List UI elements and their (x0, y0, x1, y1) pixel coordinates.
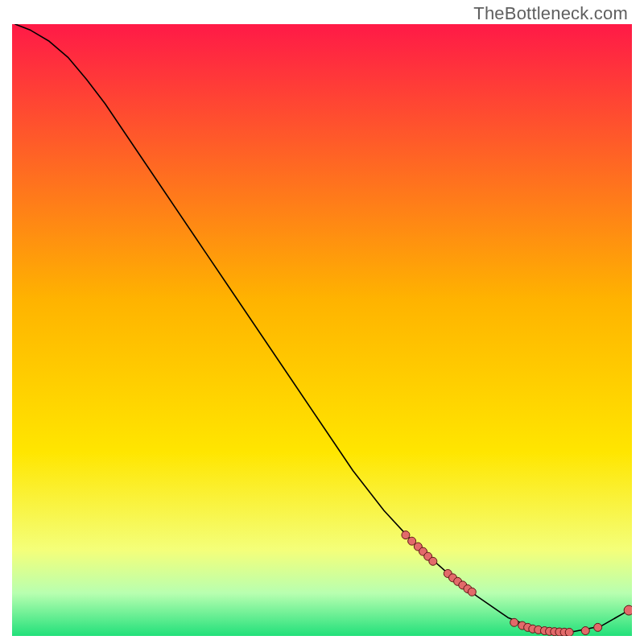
data-point (429, 557, 437, 565)
bottleneck-chart: TheBottleneck.com (0, 0, 644, 644)
data-point (565, 628, 573, 636)
data-point (581, 627, 589, 635)
data-point (468, 588, 476, 596)
watermark-text: TheBottleneck.com (473, 3, 628, 24)
chart-svg (12, 24, 632, 636)
data-point (402, 531, 410, 539)
data-point (594, 623, 602, 631)
gradient-background (12, 24, 632, 636)
data-point (510, 618, 518, 626)
data-point (624, 605, 632, 615)
